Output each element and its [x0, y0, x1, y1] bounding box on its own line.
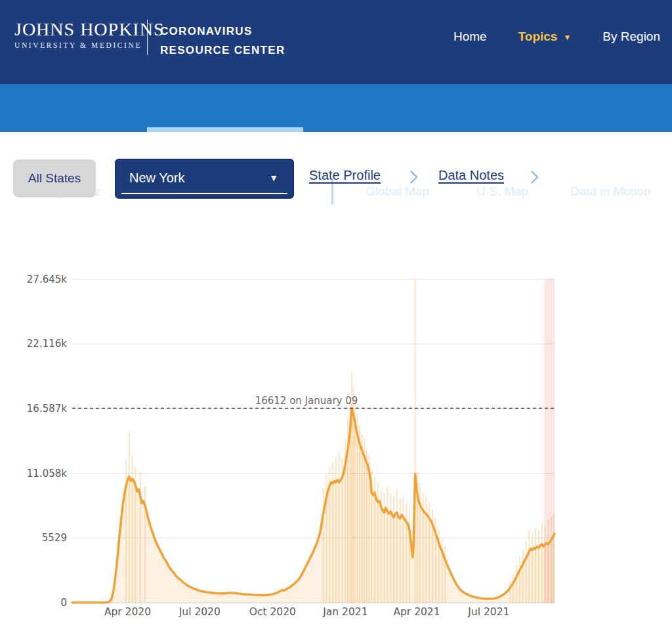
- svg-text:Oct 2020: Oct 2020: [249, 606, 296, 618]
- subnav-us-map[interactable]: U.S. Map: [476, 184, 528, 199]
- state-select-value: New York: [129, 171, 185, 186]
- chevron-right-icon: [530, 170, 539, 187]
- site-title-line2: RESOURCE CENTER: [160, 41, 285, 60]
- top-nav: Home Topics▼ By Region: [453, 30, 660, 44]
- svg-text:22.116k: 22.116k: [27, 338, 67, 350]
- jhu-logo-title: JOHNS HOPKINS: [14, 20, 164, 39]
- subnav-divider: [331, 180, 333, 205]
- logo-divider: [147, 20, 148, 55]
- site-title[interactable]: CORONAVIRUS RESOURCE CENTER: [160, 22, 285, 60]
- state-select-arrow-icon: ▼: [269, 172, 278, 183]
- jhu-logo-subtitle: UNIVERSITY & MEDICINE: [14, 41, 164, 49]
- nav-by-region[interactable]: By Region: [602, 30, 660, 44]
- tracker-subnav: Tracking Home Data Visualizations Global…: [0, 84, 672, 132]
- data-notes-link[interactable]: Data Notes: [438, 168, 504, 183]
- svg-text:Apr 2020: Apr 2020: [104, 606, 151, 618]
- svg-text:Jan 2021: Jan 2021: [322, 606, 368, 618]
- chart-peak-annotation: 16612 on January 09: [72, 395, 555, 409]
- all-states-button[interactable]: All States: [13, 159, 96, 197]
- svg-text:11.058k: 11.058k: [27, 468, 67, 479]
- chart-highlight-band: [544, 279, 555, 603]
- state-select[interactable]: New York ▼: [115, 159, 294, 199]
- subnav-global-map[interactable]: Global Map: [366, 184, 429, 199]
- svg-text:Jul 2021: Jul 2021: [467, 606, 509, 618]
- state-profile-link[interactable]: State Profile: [309, 168, 381, 183]
- site-title-line1: CORONAVIRUS: [160, 22, 285, 41]
- svg-text:Apr 2021: Apr 2021: [393, 606, 440, 618]
- svg-text:16612 on January 09: 16612 on January 09: [255, 395, 358, 407]
- svg-text:27.645k: 27.645k: [27, 274, 67, 285]
- svg-text:5529: 5529: [42, 532, 67, 544]
- topics-dropdown-arrow-icon: ▼: [563, 33, 571, 42]
- svg-text:Jul 2020: Jul 2020: [178, 606, 220, 618]
- nav-topics[interactable]: Topics▼: [518, 30, 572, 44]
- subnav-data-in-motion[interactable]: Data in Motion: [570, 184, 651, 199]
- jhu-logo[interactable]: JOHNS HOPKINS UNIVERSITY & MEDICINE: [14, 20, 164, 49]
- chevron-right-icon: [410, 170, 419, 187]
- svg-text:16.587k: 16.587k: [27, 403, 67, 415]
- active-tab-underline: [147, 127, 303, 132]
- nav-home[interactable]: Home: [453, 30, 487, 44]
- new-cases-chart[interactable]: 16612 on January 09 0552911.058k16.587k2…: [0, 262, 672, 629]
- state-select-underline: [121, 193, 287, 194]
- svg-text:0: 0: [60, 597, 67, 609]
- site-header: JOHNS HOPKINS UNIVERSITY & MEDICINE CORO…: [0, 0, 672, 84]
